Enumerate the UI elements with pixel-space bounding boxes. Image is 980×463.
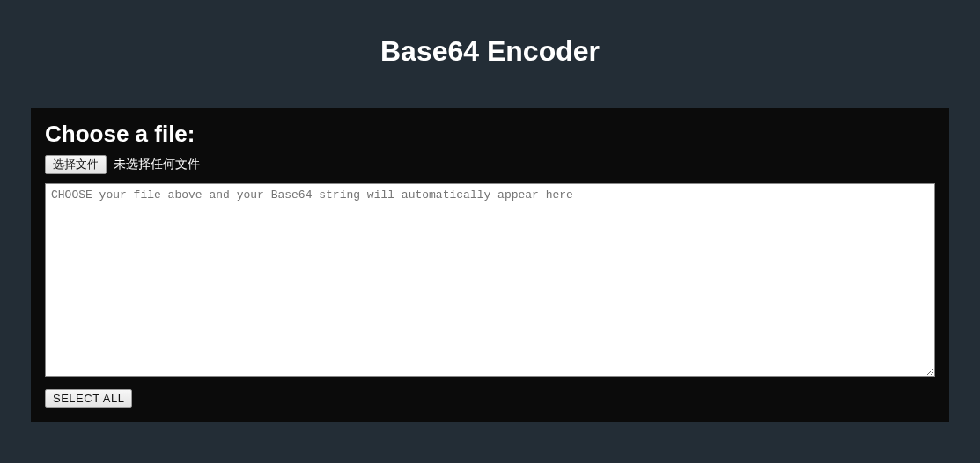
select-all-button[interactable]: SELECT ALL [45, 389, 132, 408]
encoder-panel: Choose a file: 选择文件 未选择任何文件 SELECT ALL [31, 108, 949, 422]
base64-output-textarea[interactable] [45, 183, 935, 377]
file-status-text: 未选择任何文件 [114, 157, 200, 173]
page-title: Base64 Encoder [0, 0, 980, 77]
title-underline [411, 77, 570, 77]
file-input-row: 选择文件 未选择任何文件 [45, 155, 935, 174]
choose-file-heading: Choose a file: [45, 121, 935, 148]
choose-file-button[interactable]: 选择文件 [45, 155, 107, 174]
